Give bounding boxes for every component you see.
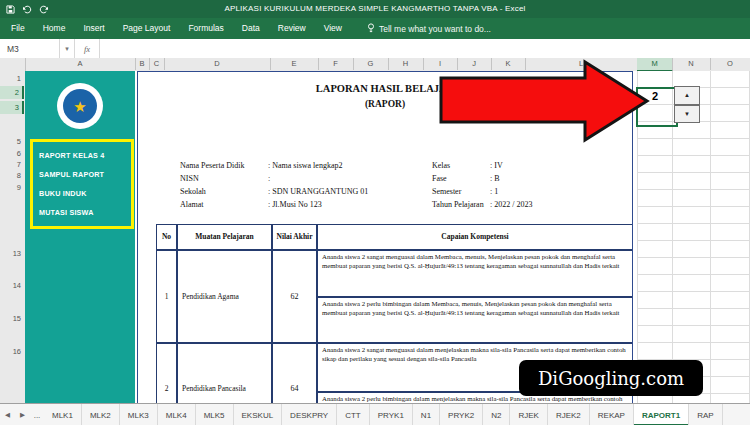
field-value-semester: : 1	[490, 186, 498, 197]
title-bar: APLIKASI KURIKULUM MERDEKA SIMPLE KANGMA…	[0, 0, 750, 18]
field-label-fase: Fase	[432, 173, 447, 184]
undo-icon[interactable]	[22, 5, 32, 14]
sheet-tab-raport1[interactable]: RAPORT1	[634, 404, 689, 425]
gridline	[672, 71, 673, 403]
field-value-alamat: : Jl.Musi No 123	[268, 199, 322, 210]
ministry-education-logo-icon: ★	[57, 83, 103, 129]
tab-view[interactable]: View	[315, 18, 351, 39]
row-header-13[interactable]: 13	[0, 247, 24, 260]
sheet-tab-pryk2[interactable]: PRYK2	[440, 404, 483, 425]
sheet-tab-mlk3[interactable]: MLK3	[120, 404, 158, 425]
save-icon[interactable]	[6, 5, 15, 14]
spin-button-control: ▲ ▼	[674, 86, 700, 123]
table-header-no: No	[156, 224, 177, 250]
col-header-d[interactable]: D	[164, 58, 271, 70]
sheet-tab-rap[interactable]: RAP	[689, 404, 722, 425]
col-header-o[interactable]: O	[710, 58, 750, 70]
tab-home[interactable]: Home	[34, 18, 75, 39]
sheet-tab-mlk5[interactable]: MLK5	[196, 404, 234, 425]
field-label-tahun: Tahun Pelajaran	[432, 199, 484, 210]
tab-data[interactable]: Data	[233, 18, 269, 39]
sheet-tab-deskpry[interactable]: DESKPRY	[282, 404, 337, 425]
row-header-2[interactable]: 2	[0, 86, 24, 99]
table-header-muatan: Muatan Pelajaran	[177, 224, 272, 250]
field-value-sekolah: : SDN URANGGANTUNG 01	[268, 186, 368, 197]
sidebar-menu: RAPORT KELAS 4 SAMPUL RAPORT BUKU INDUK …	[30, 139, 134, 229]
col-header-c[interactable]: C	[149, 58, 165, 70]
col-header-h[interactable]: H	[388, 58, 424, 70]
field-value-tahun: : 2022 / 2023	[490, 199, 532, 210]
row-header-1[interactable]: 1	[0, 72, 24, 85]
row-header-3[interactable]: 3	[0, 101, 24, 114]
sheet-tab-mlk4[interactable]: MLK4	[158, 404, 196, 425]
field-value-nama: : Nama siswa lengkap2	[268, 160, 342, 171]
row-header-14[interactable]: 14	[0, 279, 24, 292]
tab-formulas[interactable]: Formulas	[179, 18, 232, 39]
sheet-overflow-button[interactable]: ...	[30, 404, 44, 425]
col-header-f[interactable]: F	[318, 58, 354, 70]
field-label-alamat: Alamat	[180, 199, 204, 210]
col-header-a[interactable]: A	[25, 58, 136, 70]
field-value-kelas: : IV	[490, 160, 503, 171]
sidebar-item-mutasi-siswa[interactable]: MUTASI SISWA	[39, 203, 131, 222]
table-row1-no: 1	[156, 250, 177, 343]
table-header-nilai: Nilai Akhir	[272, 224, 317, 250]
insert-function-button[interactable]: fx	[75, 39, 100, 58]
sheet-tab-n2[interactable]: N2	[483, 404, 510, 425]
col-header-b[interactable]: B	[135, 58, 150, 70]
row-header-16[interactable]: 16	[0, 345, 24, 358]
tab-insert[interactable]: Insert	[74, 18, 113, 39]
table-header-capaian: Capaian Kompetensi	[317, 224, 633, 250]
redo-icon[interactable]	[39, 5, 49, 14]
sheet-tab-mlk1[interactable]: MLK1	[44, 404, 82, 425]
sheet-tab-pryk1[interactable]: PRYK1	[370, 404, 413, 425]
col-header-g[interactable]: G	[353, 58, 389, 70]
field-label-semester: Semester	[432, 186, 461, 197]
col-header-e[interactable]: E	[270, 58, 319, 70]
tab-file[interactable]: File	[2, 18, 34, 39]
table-row1-score: 62	[272, 250, 317, 343]
sidebar-column: ★ RAPORT KELAS 4 SAMPUL RAPORT BUKU INDU…	[25, 71, 135, 403]
row-header-15[interactable]: 15	[0, 312, 24, 325]
field-label-kelas: Kelas	[432, 160, 450, 171]
sheet-tab-ctt[interactable]: CTT	[337, 404, 370, 425]
sheet-tab-rekap[interactable]: REKAP	[590, 404, 634, 425]
tab-review[interactable]: Review	[269, 18, 315, 39]
table-row1-subject: Pendidikan Agama	[177, 250, 272, 343]
table-row2-subject: Pendidikan Pancasila	[177, 343, 272, 403]
sheet-nav-right-icon[interactable]: ▶	[15, 404, 30, 425]
sheet-nav-left-icon[interactable]: ◀	[0, 404, 15, 425]
table-row1-capaian-1: Ananda siswa 2 sangat menguasai dalam Me…	[317, 250, 633, 297]
tell-me-box[interactable]: Tell me what you want to do...	[367, 23, 491, 35]
table-row1-capaian-2: Ananda siswa 2 perlu bimbingan dalam Mem…	[317, 297, 633, 343]
sheet-tab-n1[interactable]: N1	[413, 404, 440, 425]
tab-page-layout[interactable]: Page Layout	[114, 18, 180, 39]
sheet-tab-rjek[interactable]: RJEK	[510, 404, 547, 425]
lightbulb-icon	[367, 23, 375, 35]
row-header-9[interactable]: 9	[0, 181, 24, 194]
spin-down-button[interactable]: ▼	[674, 105, 700, 124]
ribbon-tab-bar: File Home Insert Page Layout Formulas Da…	[0, 18, 750, 39]
sheet-tab-mlk2[interactable]: MLK2	[82, 404, 120, 425]
select-all-corner[interactable]	[0, 58, 26, 71]
name-box-chevron-icon[interactable]: ▾	[60, 39, 75, 58]
sheet-tab-rjek2[interactable]: RJEK2	[548, 404, 590, 425]
spin-up-button[interactable]: ▲	[674, 86, 700, 105]
red-arrow-annotation	[438, 56, 652, 146]
field-label-sekolah: Sekolah	[180, 186, 206, 197]
table-row2-score: 64	[272, 343, 317, 403]
col-header-n[interactable]: N	[672, 58, 711, 70]
sidebar-item-buku-induk[interactable]: BUKU INDUK	[39, 184, 131, 203]
field-value-fase: : B	[490, 173, 500, 184]
excel-window: APLIKASI KURIKULUM MERDEKA SIMPLE KANGMA…	[0, 0, 750, 425]
name-box[interactable]: M3	[0, 39, 60, 58]
watermark-text: DiGoogling.com	[538, 368, 684, 389]
field-value-nisn: :	[268, 173, 270, 184]
sidebar-item-raport-kelas-4[interactable]: RAPORT KELAS 4	[39, 146, 131, 165]
table-row2-no: 2	[156, 343, 177, 403]
sheet-tab-bar: ◀ ▶ ... MLK1 MLK2 MLK3 MLK4 MLK5 EKSKUL …	[0, 403, 750, 425]
formula-input[interactable]	[100, 39, 750, 58]
sheet-tab-ekskul[interactable]: EKSKUL	[234, 404, 283, 425]
sidebar-item-sampul-raport[interactable]: SAMPUL RAPORT	[39, 165, 131, 184]
window-title: APLIKASI KURIKULUM MERDEKA SIMPLE KANGMA…	[0, 0, 750, 18]
